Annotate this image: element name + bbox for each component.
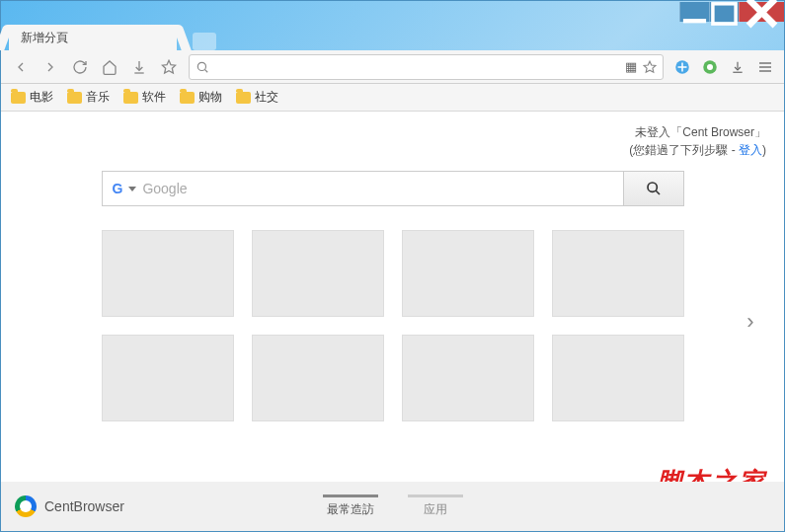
chevron-down-icon[interactable] <box>128 187 136 191</box>
reload-button[interactable] <box>66 53 94 81</box>
signin-link[interactable]: 登入 <box>739 143 762 157</box>
bookmark-folder[interactable]: 购物 <box>180 89 222 106</box>
tab-title: 新增分頁 <box>21 30 68 46</box>
magnify-icon <box>646 181 662 196</box>
footer: CentBrowser 最常造訪 应用 <box>1 482 784 531</box>
maximize-button[interactable] <box>709 2 739 22</box>
extension-icon-2[interactable] <box>697 54 723 80</box>
content-area: 未登入「Cent Browser」 (您錯過了下列步驟 - 登入) G › <box>1 112 784 531</box>
toolbar: ▦ <box>1 50 784 84</box>
bookmark-label: 社交 <box>255 89 278 106</box>
folder-icon <box>180 92 195 104</box>
bookmark-label: 音乐 <box>86 89 110 106</box>
back-button[interactable] <box>7 53 35 81</box>
signin-notice: 未登入「Cent Browser」 (您錯過了下列步驟 - 登入) <box>629 123 766 159</box>
folder-icon <box>236 92 251 104</box>
thumbnail-tile[interactable] <box>102 230 234 317</box>
next-page-button[interactable]: › <box>741 307 760 337</box>
bookmarks-bar: 电影 音乐 软件 购物 社交 <box>1 84 784 112</box>
search-icon <box>196 60 209 74</box>
search-box[interactable]: G <box>102 171 623 206</box>
thumbnail-tile[interactable] <box>552 335 684 421</box>
folder-icon <box>11 92 26 104</box>
downloads-button[interactable] <box>125 53 153 81</box>
centbrowser-logo-icon <box>15 495 37 517</box>
close-button[interactable] <box>739 2 784 22</box>
thumbnail-tile[interactable] <box>402 335 534 421</box>
bookmark-star-button[interactable] <box>155 53 183 81</box>
bookmark-label: 软件 <box>142 89 166 106</box>
svg-marker-7 <box>644 61 656 72</box>
thumbnail-tile[interactable] <box>402 230 534 317</box>
download-menu-button[interactable] <box>725 54 750 80</box>
folder-icon <box>67 92 82 104</box>
thumbnail-tile[interactable] <box>252 335 384 421</box>
svg-line-6 <box>204 69 207 72</box>
search-container: G <box>102 171 684 206</box>
search-input[interactable] <box>142 181 612 196</box>
tab-most-visited[interactable]: 最常造訪 <box>323 494 378 518</box>
svg-marker-4 <box>162 60 175 73</box>
brand-label: CentBrowser <box>44 498 124 514</box>
bookmark-folder[interactable]: 软件 <box>123 89 166 106</box>
brand: CentBrowser <box>15 495 124 517</box>
tab-apps[interactable]: 应用 <box>408 494 463 518</box>
footer-tabs: 最常造訪 应用 <box>323 494 463 518</box>
title-bar <box>1 1 784 23</box>
tab-strip: 新增分頁 <box>1 23 784 50</box>
forward-button[interactable] <box>37 53 64 81</box>
home-button[interactable] <box>96 53 123 81</box>
thumbnail-grid <box>102 230 684 421</box>
thumbnail-tile[interactable] <box>102 335 234 421</box>
svg-rect-1 <box>713 3 736 23</box>
thumbnail-tile[interactable] <box>252 230 384 317</box>
bookmark-label: 电影 <box>30 89 53 106</box>
thumbnail-tile[interactable] <box>552 230 684 317</box>
extension-icon-1[interactable] <box>669 54 695 80</box>
svg-point-15 <box>648 183 657 191</box>
svg-point-5 <box>197 62 205 70</box>
address-bar[interactable]: ▦ <box>189 54 664 80</box>
google-logo-icon: G <box>113 181 123 196</box>
new-tab-button[interactable] <box>193 33 216 50</box>
bookmark-label: 购物 <box>198 89 222 106</box>
bookmark-folder[interactable]: 社交 <box>236 89 278 106</box>
bookmark-folder[interactable]: 音乐 <box>67 89 110 106</box>
tab-new-page[interactable]: 新增分頁 <box>9 25 177 50</box>
svg-point-10 <box>707 64 713 70</box>
folder-icon <box>123 92 138 104</box>
search-button[interactable] <box>623 171 684 206</box>
bookmark-folder[interactable]: 电影 <box>11 89 53 106</box>
menu-button[interactable] <box>752 54 778 80</box>
star-icon[interactable] <box>643 60 657 74</box>
qr-icon[interactable]: ▦ <box>625 59 637 74</box>
minimize-button[interactable] <box>679 2 709 22</box>
svg-line-16 <box>656 190 660 194</box>
